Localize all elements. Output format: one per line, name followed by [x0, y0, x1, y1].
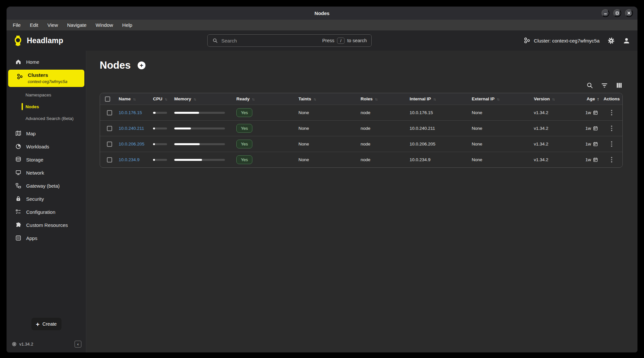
filter-icon[interactable]	[601, 82, 608, 89]
row-checkbox[interactable]	[107, 157, 112, 162]
row-checkbox[interactable]	[107, 126, 112, 131]
version-cell: v1.34.2	[530, 142, 579, 146]
sort-arrows-icon[interactable]: ↑↓	[375, 97, 377, 101]
columns-icon[interactable]	[616, 82, 623, 89]
sidebar-item-label: Storage	[26, 157, 43, 162]
table-header-row: Name ↑↓ CPU ↑↓ Memory ↑↓ Ready ↑↓ Taints…	[100, 93, 622, 105]
app-version: v1.34.2	[19, 342, 33, 347]
sort-arrows-icon[interactable]: ↑↓	[252, 97, 254, 101]
main-content: Nodes + Name ↑↓ CPU ↑↓	[86, 51, 637, 352]
table-row: 10.0.206.205 Yes None node 10.0.206.205 …	[100, 136, 622, 152]
sort-arrows-icon[interactable]: ↑↓	[194, 97, 196, 101]
sidebar-item-configuration[interactable]: Configuration	[7, 205, 86, 218]
settings-gear-icon[interactable]	[607, 37, 615, 44]
sidebar-item-apps[interactable]: Apps	[7, 231, 86, 245]
sidebar-item-namespaces[interactable]: Namespaces	[7, 89, 86, 101]
maximize-button[interactable]	[613, 9, 621, 17]
column-label: Name	[119, 96, 131, 101]
column-label: Roles	[361, 96, 373, 101]
taints-cell: None	[295, 126, 357, 131]
column-header[interactable]: Name ↑↓	[115, 96, 149, 101]
menu-navigate[interactable]: Navigate	[67, 22, 86, 28]
sidebar-collapse-button[interactable]: ‹	[75, 341, 81, 348]
column-header[interactable]: CPU ↑↓	[149, 96, 170, 101]
node-name-link[interactable]: 10.0.206.205	[119, 142, 144, 146]
storage-icon	[15, 156, 22, 163]
sort-arrows-icon[interactable]: ↑↓	[165, 97, 167, 101]
column-header[interactable]: Roles ↑↓	[357, 96, 406, 101]
sidebar-item-gateway[interactable]: Gateway (beta)	[7, 179, 86, 192]
sidebar-item-workloads[interactable]: Workloads	[7, 140, 86, 153]
column-header[interactable]: Actions	[601, 96, 622, 101]
ready-badge: Yes	[236, 124, 252, 133]
sort-arrows-icon[interactable]: ↑↓	[314, 97, 316, 101]
app-header-right: Cluster: context-ceg7wfmyc5a	[523, 30, 630, 51]
column-label: Internal IP	[410, 96, 431, 101]
menu-view[interactable]: View	[47, 22, 58, 28]
column-header[interactable]: Internal IP ↑↓	[406, 96, 468, 101]
close-button[interactable]	[625, 9, 633, 17]
column-header[interactable]: Ready ↑↓	[232, 96, 295, 101]
user-account-icon[interactable]	[623, 37, 630, 44]
table-search-icon[interactable]	[586, 82, 593, 89]
menu-help[interactable]: Help	[122, 22, 132, 28]
cpu-usage-bar	[153, 112, 167, 114]
sidebar-item-clusters[interactable]: Clusters context-ceg7wfmyc5a	[8, 70, 84, 87]
sidebar-cluster-context: context-ceg7wfmyc5a	[28, 79, 67, 84]
create-button[interactable]: + Create	[31, 318, 61, 330]
row-checkbox[interactable]	[107, 110, 112, 115]
sort-arrows-icon[interactable]: ↑	[597, 96, 599, 102]
global-search[interactable]: Press / to search	[207, 34, 372, 47]
sort-arrows-icon[interactable]: ↑↓	[433, 97, 435, 101]
sidebar-item-security[interactable]: Security	[7, 192, 86, 205]
create-node-button[interactable]: +	[138, 61, 145, 69]
app-header: Headlamp Press / to search Cluster: cont…	[7, 30, 637, 51]
menu-edit[interactable]: Edit	[30, 22, 38, 28]
sort-arrows-icon[interactable]: ↑↓	[552, 97, 554, 101]
sidebar-item-advanced-search[interactable]: Advanced Search (Beta)	[7, 112, 86, 124]
sidebar-item-nodes[interactable]: Nodes	[7, 101, 86, 112]
column-header[interactable]: Version ↑↓	[530, 96, 579, 101]
taints-cell: None	[295, 142, 357, 146]
sidebar-item-custom-resources[interactable]: Custom Resources	[7, 218, 86, 231]
menu-bar: File Edit View Navigate Window Help	[7, 20, 637, 30]
column-header[interactable]: Taints ↑↓	[295, 96, 357, 101]
age-value: 1w	[585, 110, 591, 115]
row-checkbox[interactable]	[107, 142, 112, 147]
menu-file[interactable]: File	[13, 22, 21, 28]
cluster-chooser[interactable]: Cluster: context-ceg7wfmyc5a	[523, 37, 600, 44]
node-name-link[interactable]: 10.0.234.9	[119, 157, 140, 162]
minimize-button[interactable]	[602, 9, 609, 17]
age-cell: 1w	[579, 110, 601, 115]
row-actions-kebab-icon[interactable]	[610, 109, 614, 117]
sidebar-item-map[interactable]: Map	[7, 127, 86, 140]
configuration-icon	[15, 209, 22, 215]
table-row: 10.0.234.9 Yes None node 10.0.234.9 None…	[100, 152, 622, 167]
sidebar-item-network[interactable]: Network	[7, 166, 86, 179]
row-actions-kebab-icon[interactable]	[610, 124, 614, 132]
internal-ip-cell: 10.0.206.205	[406, 142, 468, 146]
node-name-link[interactable]: 10.0.240.211	[119, 126, 144, 131]
column-header[interactable]: Memory ↑↓	[170, 96, 232, 101]
sidebar: Home Clusters context-ceg7wfmyc5a Namesp…	[7, 51, 86, 352]
sort-arrows-icon[interactable]: ↑↓	[133, 97, 135, 101]
column-header[interactable]: External IP ↑↓	[468, 96, 530, 101]
select-all-checkbox[interactable]	[105, 96, 110, 102]
search-input[interactable]	[221, 38, 319, 43]
gateway-icon	[15, 182, 22, 189]
row-actions-kebab-icon[interactable]	[610, 140, 614, 148]
external-ip-cell: None	[468, 142, 530, 146]
column-header[interactable]: Age ↑	[579, 96, 601, 102]
search-icon	[212, 38, 218, 43]
sort-arrows-icon[interactable]: ↑↓	[497, 97, 499, 101]
sidebar-item-home[interactable]: Home	[7, 55, 86, 68]
row-actions-kebab-icon[interactable]	[610, 156, 614, 164]
sidebar-item-storage[interactable]: Storage	[7, 153, 86, 166]
column-label: Memory	[174, 96, 191, 101]
headlamp-logo-icon	[12, 35, 24, 46]
window-controls	[602, 9, 633, 17]
table-row: 10.0.240.211 Yes None node 10.0.240.211 …	[100, 120, 622, 136]
node-name-link[interactable]: 10.0.176.15	[119, 110, 142, 115]
menu-window[interactable]: Window	[95, 22, 113, 28]
age-cell: 1w	[579, 142, 601, 146]
